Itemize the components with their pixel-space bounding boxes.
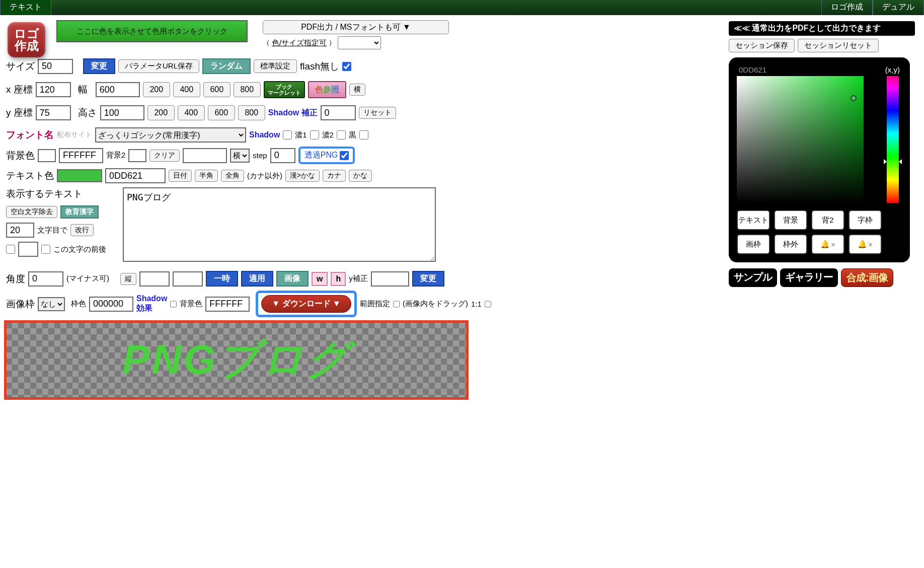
vertical-button[interactable]: 縦 [120, 273, 136, 285]
size-change-button[interactable]: 変更 [83, 58, 115, 74]
bg2-label: 背景2 [106, 151, 125, 160]
y-input[interactable] [36, 105, 71, 120]
zenkaku-button[interactable]: 全角 [221, 170, 244, 182]
w-preset-800[interactable]: 800 [234, 82, 261, 97]
frame-bgcolor-input[interactable] [205, 297, 250, 312]
shadow-effect-link[interactable]: Shadow 効果 [136, 294, 167, 314]
logo-badge[interactable]: ロゴ 作成 [8, 22, 45, 57]
textcolor-swatch[interactable] [57, 169, 102, 182]
apply-button[interactable]: 適用 [241, 271, 273, 287]
default-button[interactable]: 標準設定 [254, 59, 297, 73]
param-url-button[interactable]: パラメータURL保存 [118, 59, 199, 73]
composite-pill[interactable]: 合成:画像 [841, 268, 893, 287]
preview-canvas[interactable]: PNGブログ [6, 322, 467, 398]
session-reset-button[interactable]: セッションリセット [798, 39, 879, 52]
bgcolor-swatch[interactable] [38, 149, 56, 162]
image-button[interactable]: 画像 [276, 271, 309, 287]
dark2-checkbox[interactable] [337, 130, 346, 139]
h-preset-200[interactable]: 200 [147, 105, 175, 120]
w-preset-200[interactable]: 200 [143, 82, 170, 97]
around-check1[interactable] [6, 245, 15, 254]
range-checkbox[interactable] [393, 300, 400, 309]
x-input[interactable] [36, 82, 71, 97]
around-check2[interactable] [41, 245, 50, 254]
picker-mute1-button[interactable]: 🔔× [811, 234, 844, 254]
shadow-corr-link[interactable]: Shadow 補正 [268, 108, 318, 118]
ratio-checkbox[interactable] [485, 300, 491, 309]
random-button[interactable]: ランダム [202, 58, 251, 74]
textcolor-hex-input[interactable] [105, 168, 166, 183]
font-select[interactable]: ざっくりゴシック(常用漢字) [95, 127, 246, 143]
yoko-button[interactable]: 横 [349, 84, 365, 96]
bgcolor-hex-input[interactable] [59, 148, 103, 163]
picker-bg2-button[interactable]: 背2 [811, 210, 844, 230]
color-display-strip[interactable]: ここに色を表示させて色用ボタンをクリック [56, 20, 248, 42]
sample-pill[interactable]: サンプル [729, 268, 777, 287]
angle-input[interactable] [28, 271, 63, 287]
h-preset-600[interactable]: 600 [208, 105, 235, 120]
picker-out-button[interactable]: 枠外 [774, 234, 807, 254]
main-text-input[interactable]: PNGブログ [123, 187, 436, 262]
width-input[interactable] [96, 82, 140, 97]
height-input[interactable] [100, 105, 144, 120]
wrap-button[interactable]: 改行 [70, 224, 94, 236]
shadow-link[interactable]: Shadow [249, 130, 280, 139]
wrap-at-input[interactable] [6, 223, 34, 238]
hue-strip[interactable] [887, 76, 899, 203]
step-input[interactable] [270, 148, 295, 163]
size-spec-link[interactable]: 色/サイズ指定可 [272, 38, 327, 48]
remove-space-button[interactable]: 空白文字除去 [6, 206, 57, 218]
picker-img-button[interactable]: 画枠 [737, 234, 770, 254]
black-checkbox[interactable] [359, 130, 368, 139]
frame-select[interactable]: なし [38, 297, 65, 311]
h-button[interactable]: h [331, 272, 346, 286]
edu-kanji-button[interactable]: 教育漢字 [60, 205, 99, 219]
session-save-button[interactable]: セッション保存 [729, 39, 795, 52]
w-preset-600[interactable]: 600 [203, 82, 230, 97]
bg2-dir-select[interactable]: 横 [230, 149, 250, 163]
flash-checkbox[interactable] [342, 62, 351, 71]
dark1-checkbox[interactable] [310, 130, 319, 139]
picker-mute2-button[interactable]: 🔔× [849, 234, 882, 254]
bg2-swatch[interactable] [128, 149, 146, 162]
change2-button[interactable]: 変更 [412, 271, 444, 287]
shadow-effect-checkbox[interactable] [170, 300, 177, 309]
clear-button[interactable]: クリア [149, 150, 180, 162]
color-reference-button[interactable]: 色参照 [308, 81, 346, 98]
bordercolor-input[interactable] [89, 297, 133, 312]
around-input[interactable] [18, 242, 38, 257]
temp-button[interactable]: 一時 [206, 271, 238, 287]
ycorr-input[interactable] [371, 271, 409, 287]
fontname-label: フォント名 [6, 128, 54, 141]
angle-extra1-input[interactable] [139, 271, 170, 287]
shadow-corr-input[interactable] [321, 105, 356, 120]
w-button[interactable]: w [312, 272, 328, 286]
sv-panel[interactable] [737, 76, 864, 203]
bg2-input[interactable] [183, 148, 227, 163]
kan2kana-button[interactable]: 漢>かな [285, 170, 320, 182]
pdf-select[interactable] [338, 36, 381, 49]
shadow-checkbox[interactable] [283, 130, 292, 139]
picker-bg-button[interactable]: 背景 [774, 210, 807, 230]
picker-glyph-button[interactable]: 字枠 [849, 210, 882, 230]
angle-extra2-input[interactable] [173, 271, 203, 287]
kana-button[interactable]: カナ [323, 170, 346, 182]
hankaku-button[interactable]: 半角 [195, 170, 218, 182]
png-checkbox[interactable] [340, 151, 349, 160]
transparent-png-toggle[interactable]: 透過PNG [298, 147, 355, 164]
h-preset-800[interactable]: 800 [238, 105, 265, 120]
w-preset-400[interactable]: 400 [173, 82, 200, 97]
bookmarklet-button[interactable]: ブック マークレット [264, 81, 305, 98]
gallery-pill[interactable]: ギャラリー [780, 268, 838, 287]
kana2-button[interactable]: かな [349, 170, 372, 182]
date-button[interactable]: 日付 [169, 170, 192, 182]
download-button[interactable]: ▼ ダウンロード ▼ [261, 295, 351, 313]
size-input[interactable] [38, 59, 73, 74]
tab-dual[interactable]: デュアル [873, 0, 924, 15]
reset-button[interactable]: リセット [359, 107, 396, 119]
tab-text[interactable]: テキスト [0, 0, 51, 15]
pdf-output-button[interactable]: PDF出力 / MSフォントも可 ▼ [263, 20, 449, 34]
h-preset-400[interactable]: 400 [178, 105, 205, 120]
picker-text-button[interactable]: テキスト [737, 210, 770, 230]
tab-logo[interactable]: ロゴ作成 [821, 0, 873, 15]
